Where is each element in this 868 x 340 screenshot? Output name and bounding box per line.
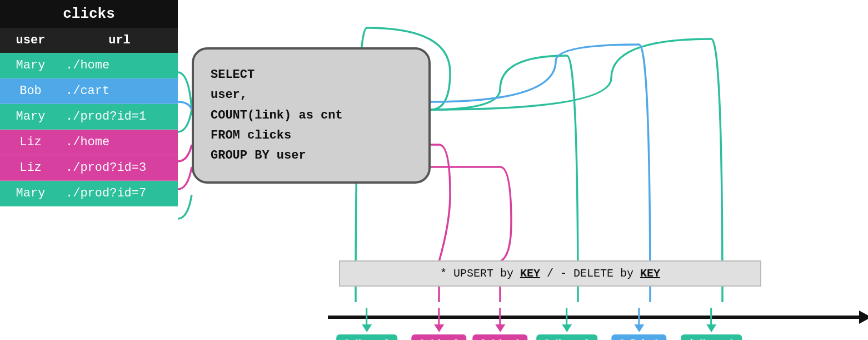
sql-box: SELECT user, COUNT(link) as cnt FROM cli… — [192, 47, 431, 184]
table-row: Liz ./prod?id=3 — [0, 155, 178, 181]
sql-line1: SELECT — [211, 65, 412, 85]
timeline-arrow-down — [495, 324, 505, 332]
cell-url: ./home — [61, 130, 178, 155]
sql-line2: user, — [211, 85, 412, 105]
table-row: Mary ./prod?id=1 — [0, 104, 178, 130]
cell-url: ./prod?id=3 — [61, 155, 178, 180]
timeline-label: * Liz,1 — [472, 334, 527, 340]
timeline-stem — [638, 308, 640, 324]
timeline-stem — [438, 308, 440, 324]
cell-user: Liz — [0, 130, 61, 155]
timeline-label: * Mary,1 — [681, 334, 742, 340]
cell-url: ./prod?id=1 — [61, 104, 178, 129]
timeline-node: * Liz,1 — [472, 308, 527, 340]
cell-url: ./cart — [61, 78, 178, 104]
timeline-arrow-down — [562, 324, 572, 332]
cell-url: ./prod?id=7 — [61, 181, 178, 206]
timeline-arrow-down — [706, 324, 716, 332]
cell-user: Mary — [0, 53, 61, 78]
timeline-arrow-down — [434, 324, 444, 332]
cell-user: Liz — [0, 155, 61, 180]
upsert-banner: * UPSERT by KEY / - DELETE by KEY — [339, 260, 761, 287]
timeline-label: * Mary,3 — [336, 334, 397, 340]
timeline-label: * Mary,2 — [536, 334, 597, 340]
table-row: Liz ./home — [0, 130, 178, 155]
table-title: clicks — [0, 0, 178, 28]
clicks-table: clicks user url Mary ./home Bob ./cart M… — [0, 0, 178, 206]
timeline-node: * Bob,1 — [611, 308, 666, 340]
timeline-node: * Mary,2 — [536, 308, 597, 340]
timeline-arrow — [859, 311, 868, 324]
sql-line4: FROM clicks — [211, 126, 412, 146]
timeline-stem — [499, 308, 501, 324]
cell-url: ./home — [61, 53, 178, 78]
cell-user: Mary — [0, 181, 61, 206]
cell-user: Bob — [0, 78, 61, 104]
timeline-stem — [566, 308, 568, 324]
timeline-stem — [711, 308, 712, 324]
header-user: user — [0, 28, 61, 53]
timeline-arrow-down — [634, 324, 644, 332]
sql-line5: GROUP BY user — [211, 146, 412, 166]
timeline-stem — [366, 308, 368, 324]
timeline-node: * Mary,1 — [681, 308, 742, 340]
timeline-node: * Liz,2 — [411, 308, 466, 340]
table-header: user url — [0, 28, 178, 53]
table-row: Mary ./home — [0, 53, 178, 78]
timeline-arrow-down — [362, 324, 372, 332]
timeline-node: * Mary,3 — [336, 308, 397, 340]
sql-line3: COUNT(link) as cnt — [211, 106, 412, 126]
timeline-label: * Bob,1 — [611, 334, 666, 340]
table-row: Mary ./prod?id=7 — [0, 181, 178, 206]
timeline-label: * Liz,2 — [411, 334, 466, 340]
header-url: url — [61, 28, 178, 53]
table-row: Bob ./cart — [0, 78, 178, 104]
cell-user: Mary — [0, 104, 61, 129]
